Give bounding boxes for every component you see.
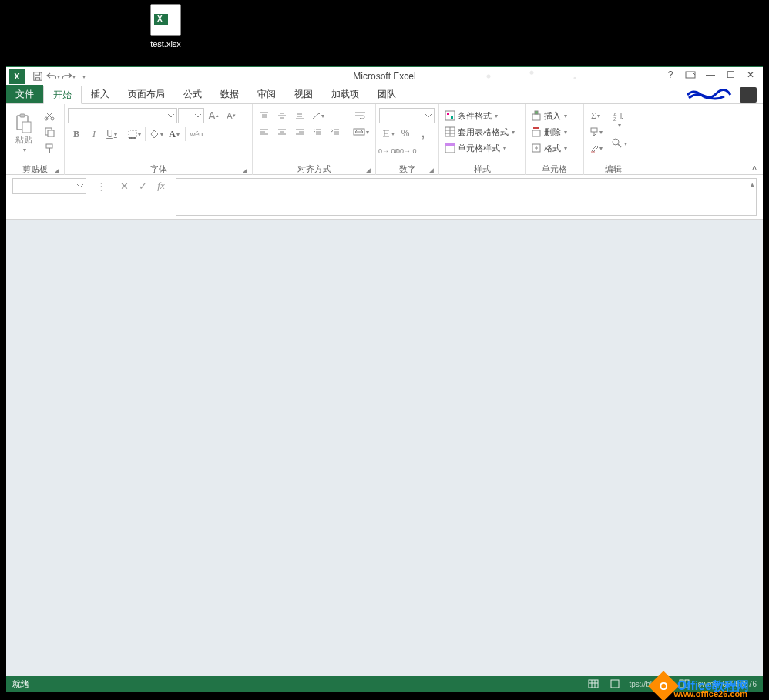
cut-button[interactable]	[41, 108, 58, 123]
clipboard-launcher[interactable]: ◢	[54, 167, 59, 174]
tab-team[interactable]: 团队	[368, 85, 405, 103]
watermark-url: www.office26.com	[673, 689, 747, 698]
conditional-formatting-button[interactable]: 条件格式▾	[442, 108, 522, 123]
page-layout-view-button[interactable]	[607, 678, 623, 690]
percent-button[interactable]: %	[397, 126, 414, 141]
maximize-button[interactable]: ☐	[721, 67, 740, 82]
save-button[interactable]	[31, 69, 45, 83]
tab-addins[interactable]: 加载项	[322, 85, 368, 103]
ribbon-display-options-button[interactable]	[681, 67, 700, 82]
tab-view[interactable]: 视图	[285, 85, 322, 103]
group-cells: 插入▾ 删除▾ 格式▾ 单元格	[526, 104, 584, 175]
increase-indent-button[interactable]	[327, 124, 344, 140]
user-name-redacted	[686, 87, 732, 101]
svg-rect-54	[611, 680, 619, 688]
svg-rect-40	[532, 114, 540, 120]
tab-file[interactable]: 文件	[6, 85, 43, 103]
qat-customize-button[interactable]: ▾	[77, 69, 91, 83]
excel-window: X ▾ ▾ ▾ Microsoft Excel ? — ☐ ✕ 文件 开始 插入…	[6, 66, 763, 692]
tab-formulas[interactable]: 公式	[174, 85, 211, 103]
window-title: Microsoft Excel	[6, 71, 763, 82]
italic-button[interactable]: I	[86, 126, 102, 142]
title-bar: X ▾ ▾ ▾ Microsoft Excel ? — ☐ ✕	[6, 67, 763, 86]
collapse-ribbon-button[interactable]: ʌ	[752, 163, 757, 171]
align-bottom-button[interactable]	[291, 108, 308, 123]
group-number: ▾ % , .0→.00 .00→.0 数字◢	[376, 104, 439, 175]
align-top-button[interactable]	[256, 108, 273, 123]
formula-bar: ⋮ ✕ ✓ fx ▴	[6, 175, 763, 220]
merge-center-button[interactable]: ▾	[349, 124, 372, 140]
app-menu-icon[interactable]: X	[9, 69, 25, 84]
format-as-table-button[interactable]: 套用表格格式▾	[442, 124, 522, 140]
svg-rect-50	[589, 680, 598, 688]
phonetic-guide-button[interactable]: wén	[188, 126, 205, 142]
formula-input[interactable]: ▴	[176, 178, 757, 216]
tab-insert[interactable]: 插入	[82, 85, 119, 103]
group-alignment: ▾ ▾ 对齐方式◢	[253, 104, 376, 175]
align-middle-button[interactable]	[274, 108, 290, 123]
cell-styles-button[interactable]: 单元格样式▾	[442, 140, 522, 156]
cancel-formula-button[interactable]: ✕	[116, 178, 133, 194]
font-size-input[interactable]	[178, 108, 204, 123]
tab-data[interactable]: 数据	[211, 85, 248, 103]
number-format-select[interactable]	[379, 108, 435, 123]
undo-button[interactable]: ▾	[46, 69, 60, 83]
fill-color-button[interactable]: ▾	[148, 126, 165, 142]
clear-button[interactable]: ▾	[587, 140, 604, 156]
font-launcher[interactable]: ◢	[242, 167, 247, 174]
tab-review[interactable]: 审阅	[248, 85, 285, 103]
copy-button[interactable]	[41, 124, 58, 140]
grow-font-button[interactable]: A▴	[205, 108, 222, 123]
orientation-button[interactable]: ▾	[309, 108, 326, 123]
name-box[interactable]	[12, 178, 86, 194]
decrease-decimal-button[interactable]: .00→.0	[397, 143, 414, 159]
accounting-format-button[interactable]: ▾	[379, 126, 396, 141]
align-left-button[interactable]	[256, 124, 273, 140]
formula-collapse-icon[interactable]: ▴	[751, 180, 754, 188]
tab-home[interactable]: 开始	[43, 86, 82, 104]
excel-file-icon	[150, 4, 181, 36]
minimize-button[interactable]: —	[701, 67, 720, 82]
shrink-font-button[interactable]: A▾	[223, 108, 240, 123]
find-select-button[interactable]: ▾	[609, 132, 629, 155]
group-clipboard: 粘贴▾ 剪贴板◢	[6, 104, 65, 175]
comma-button[interactable]: ,	[415, 126, 432, 141]
underline-button[interactable]: U▾	[103, 126, 120, 142]
svg-rect-32	[447, 113, 449, 115]
normal-view-button[interactable]	[586, 678, 601, 690]
decrease-indent-button[interactable]	[309, 124, 326, 140]
redo-button[interactable]: ▾	[62, 69, 76, 83]
insert-cells-button[interactable]: 插入▾	[529, 108, 581, 123]
svg-rect-0	[686, 72, 695, 78]
font-color-button[interactable]: A▾	[166, 126, 183, 142]
insert-function-button[interactable]: fx	[153, 178, 170, 194]
tab-page-layout[interactable]: 页面布局	[119, 85, 174, 103]
help-button[interactable]: ?	[661, 67, 680, 82]
fill-button[interactable]: ▾	[587, 124, 604, 140]
close-button[interactable]: ✕	[741, 67, 760, 82]
wrap-text-button[interactable]	[349, 108, 372, 123]
align-right-button[interactable]	[291, 124, 308, 140]
group-font: A▴ A▾ B I U▾ ▾ ▾ A▾ wén 字体◢	[65, 104, 253, 175]
desktop-file-test-xlsx[interactable]: test.xlsx	[139, 4, 193, 49]
alignment-launcher[interactable]: ◢	[365, 167, 371, 174]
border-button[interactable]: ▾	[126, 126, 143, 142]
watermark: O Office教程网 www.office26.com	[653, 675, 749, 697]
number-launcher[interactable]: ◢	[428, 167, 434, 174]
format-painter-button[interactable]	[41, 140, 58, 156]
paste-button[interactable]: 粘贴▾	[9, 108, 39, 159]
autosum-button[interactable]: Σ▾	[587, 108, 604, 123]
align-center-button[interactable]	[274, 124, 290, 140]
user-avatar[interactable]	[740, 87, 757, 103]
bold-button[interactable]: B	[68, 126, 85, 142]
sort-filter-button[interactable]: AZ▾	[609, 108, 629, 131]
name-box-expand-button[interactable]: ⋮	[92, 178, 109, 194]
font-name-input[interactable]	[68, 108, 177, 123]
ribbon-tabs: 文件 开始 插入 页面布局 公式 数据 审阅 视图 加载项 团队	[6, 86, 763, 104]
enter-formula-button[interactable]: ✓	[134, 178, 151, 194]
delete-cells-button[interactable]: 删除▾	[529, 124, 581, 140]
desktop: test.xlsx	[0, 0, 769, 66]
format-cells-button[interactable]: 格式▾	[529, 140, 581, 156]
worksheet-area[interactable]	[6, 220, 763, 676]
ribbon: 粘贴▾ 剪贴板◢ A▴ A▾ B	[6, 104, 763, 175]
